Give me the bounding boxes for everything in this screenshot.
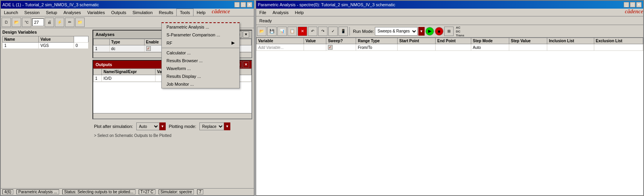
right-tool-2[interactable]: 💾 xyxy=(267,27,277,36)
analyses-type[interactable]: dc xyxy=(109,45,144,52)
menu-item-results-browser[interactable]: Results Browser ... xyxy=(162,57,239,65)
menu-help[interactable]: Help xyxy=(194,9,209,16)
open-button[interactable]: 📂 xyxy=(12,18,21,27)
param-table: Variable Value Sweep? Range Type Start P… xyxy=(256,38,643,51)
left-title-bar: ADE L (1) - Tutorial_2 sim_NMOS_IV_3 sch… xyxy=(1,1,254,9)
param-start-point xyxy=(398,44,436,51)
plotting-mode-dropdown[interactable]: ▼ xyxy=(224,122,230,130)
print-button[interactable]: 🖨 xyxy=(45,18,54,27)
analyses-enable-checkbox[interactable] xyxy=(146,46,151,51)
menu-analyses[interactable]: Analyses xyxy=(60,9,84,16)
design-variables-table: Name Value 1 VGS 0 xyxy=(2,36,89,49)
param-col-step-mode: Step Mode xyxy=(471,38,509,44)
menu-item-results-display[interactable]: Results Display ... xyxy=(162,72,239,80)
menu-item-sparameter[interactable]: S-Parameter Comparison ... xyxy=(162,31,239,39)
ac-dc-trans-icon[interactable]: ACDCTrans xyxy=(456,26,468,37)
menu-outputs[interactable]: Outputs xyxy=(108,9,130,16)
minimize-button[interactable]: _ xyxy=(234,2,240,7)
right-close-button[interactable]: ✕ xyxy=(636,2,642,7)
right-minimize-button[interactable]: _ xyxy=(624,2,629,7)
right-menu-analysis[interactable]: Analysis xyxy=(270,9,292,16)
left-menu-bar: Launch Session Setup Analyses Variables … xyxy=(1,9,254,16)
close-button[interactable]: ✕ xyxy=(247,2,252,7)
tool-btn-6[interactable]: ✏ xyxy=(65,18,74,27)
param-sweep-checkbox[interactable] xyxy=(328,45,333,50)
outputs-scrollbar[interactable] xyxy=(93,113,251,119)
analyses-close-icon[interactable]: ✕ xyxy=(243,31,249,38)
outputs-col-num xyxy=(94,69,102,75)
run-stop-button[interactable]: ■ xyxy=(435,27,443,36)
left-title-buttons: _ □ ✕ xyxy=(234,2,252,7)
left-window-title: ADE L (1) - Tutorial_2 sim_NMOS_IV_3 sch… xyxy=(2,2,99,7)
right-tool-1[interactable]: 📂 xyxy=(257,27,266,36)
param-row: Add Variable... From/To Auto xyxy=(257,44,643,51)
param-step-mode: Auto xyxy=(471,44,509,51)
right-maximize-button[interactable]: □ xyxy=(630,2,635,7)
status-item-1: 4(6) xyxy=(2,189,13,194)
menu-item-waveform[interactable]: Waveform ... xyxy=(162,65,239,72)
dv-value[interactable]: 0 xyxy=(74,43,88,49)
outputs-row-index: 1 xyxy=(94,75,102,82)
right-tool-6[interactable]: ↶ xyxy=(308,27,317,36)
menu-setup[interactable]: Setup xyxy=(43,9,60,16)
param-add-variable[interactable]: Add Variable... xyxy=(257,44,304,51)
right-tool-7[interactable]: ↷ xyxy=(318,27,327,36)
cadence-logo-left: cādence xyxy=(212,9,230,16)
menu-item-job-monitor[interactable]: Job Monitor ... xyxy=(162,80,239,88)
temp-icon: °C xyxy=(22,18,31,27)
right-toolbar: 📂 💾 📊 📋 ✕ ↶ ↷ ✓ 📱 Run Mode: Sweeps & Ran… xyxy=(256,25,643,38)
plot-after-control: Auto Manual ▼ xyxy=(136,122,166,130)
right-title-bar: Parametric Analysis - spectre(0): Tutori… xyxy=(256,1,643,9)
menu-simulation[interactable]: Simulation xyxy=(129,9,156,16)
run-play-button[interactable]: ▶ xyxy=(425,27,434,36)
param-range-type: From/To xyxy=(356,44,398,51)
analyses-row-index: 1 xyxy=(94,45,110,52)
plotting-mode-select[interactable]: Replace Append xyxy=(199,122,224,130)
right-tool-8[interactable]: ✓ xyxy=(328,27,338,36)
right-tool-4[interactable]: 📋 xyxy=(288,27,297,36)
dv-name[interactable]: VGS xyxy=(39,43,74,49)
design-variables-title: Design Variables xyxy=(2,30,89,34)
param-col-value: Value xyxy=(304,38,326,44)
run-mode-label: Run Mode: xyxy=(353,29,374,34)
run-tool-extra[interactable]: ⊞ xyxy=(444,27,454,36)
menu-separator xyxy=(162,48,239,48)
menu-item-rf[interactable]: RF ▶ xyxy=(162,39,239,47)
plot-after-select[interactable]: Auto Manual xyxy=(136,122,159,130)
menu-tools[interactable]: Tools xyxy=(176,9,194,16)
param-step-value xyxy=(509,44,547,51)
menu-session[interactable]: Session xyxy=(21,9,43,16)
outputs-close-icon[interactable]: ✕ xyxy=(243,61,249,68)
info-text: > Select on Schematic Outputs to Be Plot… xyxy=(92,132,252,139)
param-col-variable: Variable xyxy=(257,38,304,44)
menu-variables[interactable]: Variables xyxy=(84,9,108,16)
right-menu-file[interactable]: File xyxy=(256,9,270,16)
run-mode-dropdown[interactable]: ▼ xyxy=(418,27,425,36)
param-sweep-cell[interactable] xyxy=(326,44,356,51)
status-ready-text: Ready xyxy=(259,18,272,23)
right-tool-5[interactable]: ✕ xyxy=(298,27,307,36)
right-window-title: Parametric Analysis - spectre(0): Tutori… xyxy=(258,2,395,7)
tool-btn-7[interactable]: 📁 xyxy=(75,18,85,27)
right-tool-3[interactable]: 📊 xyxy=(277,27,287,36)
tool-btn-5[interactable]: ⚡ xyxy=(55,18,64,27)
temp-value[interactable]: 27 xyxy=(32,18,44,26)
new-button[interactable]: 🗋 xyxy=(2,18,11,27)
menu-item-parametric[interactable]: Parametric Analysis ... xyxy=(162,23,239,31)
menu-launch[interactable]: Launch xyxy=(1,9,21,16)
design-variables-panel: Design Variables Name Value 1 VGS 0 xyxy=(1,28,91,188)
dv-index: 1 xyxy=(3,43,39,49)
left-status-bar: 4(6) Parametric Analysis ... Status: Sel… xyxy=(1,188,254,195)
menu-item-calculator[interactable]: Calculator ... xyxy=(162,49,239,57)
right-menu-help[interactable]: Help xyxy=(292,9,307,16)
plotting-mode-control: Replace Append ▼ xyxy=(199,122,230,130)
menu-results[interactable]: Results xyxy=(156,9,177,16)
param-end-point xyxy=(436,44,471,51)
plot-after-dropdown[interactable]: ▼ xyxy=(159,122,166,130)
outputs-signal[interactable]: IO/D xyxy=(102,75,156,82)
right-menu-bar: File Analysis Help cādence xyxy=(256,9,643,16)
right-tool-9[interactable]: 📱 xyxy=(338,27,348,36)
run-mode-select[interactable]: Sweeps & Ranges Monte Carlo Corner xyxy=(375,27,418,36)
toolbar-separator xyxy=(349,27,350,36)
maximize-button[interactable]: □ xyxy=(241,2,246,7)
